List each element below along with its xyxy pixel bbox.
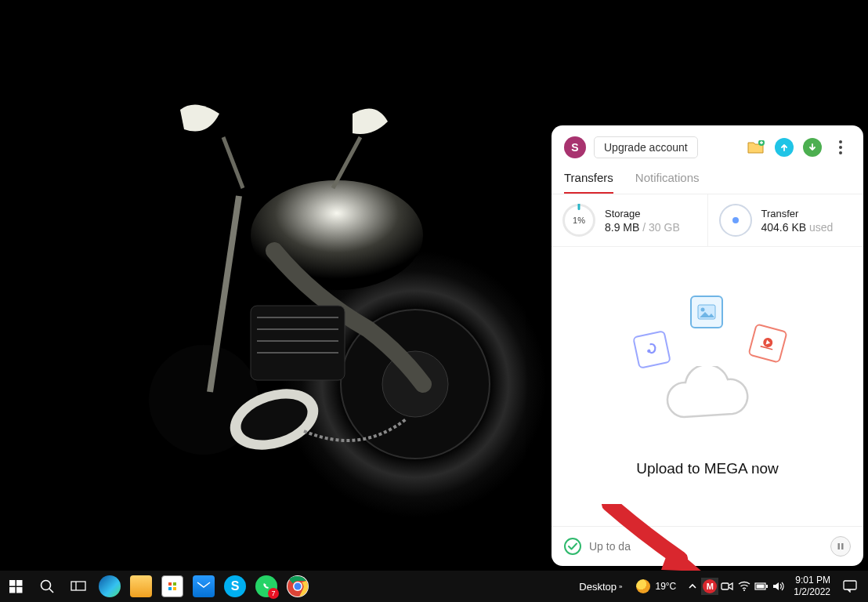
transfer-stat[interactable]: Transfer 404.6 KB used [707,194,864,246]
upload-cta-text: Upload to MEGA now [636,460,779,477]
tab-notifications[interactable]: Notifications [635,165,700,194]
mega-tabs: Transfers Notifications [552,165,863,194]
folder-plus-icon [747,140,765,154]
show-desktop-button[interactable] [863,571,868,602]
upload-illustration [621,296,794,429]
weather-icon [636,579,650,593]
svg-rect-33 [168,587,172,590]
wifi-icon [738,581,750,592]
storage-label: Storage [605,208,680,219]
svg-rect-21 [838,543,840,549]
upload-drop-area[interactable]: Upload to MEGA now [552,247,863,526]
store-icon [161,575,183,597]
camera-icon [721,581,733,592]
download-button[interactable] [802,137,823,158]
add-sync-folder-button[interactable] [746,137,766,158]
date-text: 1/2/2022 [794,586,830,598]
windows-icon [9,580,23,593]
tray-overflow-button[interactable] [684,578,701,595]
skype-icon: S [224,575,246,597]
desktop-toolbar-label: Desktop [579,581,617,593]
search-icon [39,578,55,594]
search-button[interactable] [31,571,63,602]
temperature: 19°C [655,581,676,592]
wallpaper-motorcycle [118,94,556,564]
mega-sync-panel: S Upgrade account Transfers Notification… [552,125,863,566]
wifi-button[interactable] [736,578,753,595]
whatsapp-app[interactable]: 7 [251,571,282,602]
weather-widget[interactable]: 19°C [628,579,684,593]
transfer-label: Transfer [761,208,834,219]
action-center-button[interactable] [837,580,863,593]
file-explorer-app[interactable] [125,571,157,602]
svg-rect-44 [844,581,856,589]
mail-icon [193,575,215,597]
svg-point-40 [743,589,745,591]
svg-rect-22 [841,543,843,549]
file-tile-icon [632,330,671,369]
sync-status-text: Up to da [589,540,631,553]
svg-rect-32 [173,582,176,586]
svg-rect-39 [722,583,729,589]
svg-point-38 [295,583,302,590]
svg-point-27 [42,581,51,590]
mega-icon: M [703,579,717,593]
meet-now-button[interactable] [718,578,736,595]
avatar[interactable]: S [564,136,586,158]
svg-line-5 [223,137,243,188]
mega-footer: Up to da [552,526,863,566]
upload-icon [775,138,794,157]
mega-header: S Upgrade account [552,125,863,165]
svg-point-4 [251,180,423,290]
upgrade-account-button[interactable]: Upgrade account [594,136,698,158]
mail-app[interactable] [188,571,219,602]
time-text: 9:01 PM [794,575,830,586]
svg-rect-29 [71,582,85,590]
task-view-button[interactable] [63,571,94,602]
video-tile-icon [747,323,787,363]
pause-sync-button[interactable] [830,536,851,557]
chevron-up-icon [688,582,697,591]
clock[interactable]: 9:01 PM 1/2/2022 [787,575,837,598]
kebab-icon [839,140,842,154]
svg-rect-31 [168,582,172,586]
folder-icon [130,575,152,597]
pause-icon [836,542,845,551]
svg-rect-23 [9,580,16,586]
notification-icon [843,580,857,593]
svg-rect-26 [16,587,23,593]
taskbar: S 7 Desktop » 19°C M 9:01 PM 1/2 [0,571,868,602]
image-tile-icon [690,296,723,328]
storage-values: 8.9 MB / 30 GB [605,221,680,234]
svg-rect-42 [766,585,768,588]
volume-button[interactable] [770,578,787,595]
transfer-ring-icon [719,204,752,237]
tab-transfers[interactable]: Transfers [564,165,613,194]
svg-rect-43 [757,585,765,589]
edge-app[interactable] [94,571,125,602]
more-menu-button[interactable] [830,137,851,158]
mega-tray-button[interactable]: M [701,578,718,595]
svg-rect-24 [16,580,23,586]
upload-button[interactable] [774,137,794,158]
skype-app[interactable]: S [219,571,251,602]
cloud-icon [656,366,758,429]
storage-stat[interactable]: 1% Storage 8.9 MB / 30 GB [552,194,707,246]
speaker-icon [772,581,785,592]
battery-icon [754,582,769,591]
svg-point-17 [701,308,705,312]
whatsapp-icon: 7 [255,575,277,597]
storage-ring-icon: 1% [562,204,595,237]
download-icon [803,138,822,157]
desktop-toolbar[interactable]: Desktop » [573,581,628,593]
svg-rect-25 [9,587,16,593]
svg-rect-34 [173,587,176,590]
battery-button[interactable] [753,578,770,595]
transfer-values: 404.6 KB used [761,221,834,234]
svg-line-6 [333,137,360,188]
stats-row: 1% Storage 8.9 MB / 30 GB Transfer 404.6… [552,194,863,247]
whatsapp-badge: 7 [268,588,279,599]
chrome-app[interactable] [282,571,313,602]
microsoft-store-app[interactable] [157,571,188,602]
start-button[interactable] [0,571,31,602]
